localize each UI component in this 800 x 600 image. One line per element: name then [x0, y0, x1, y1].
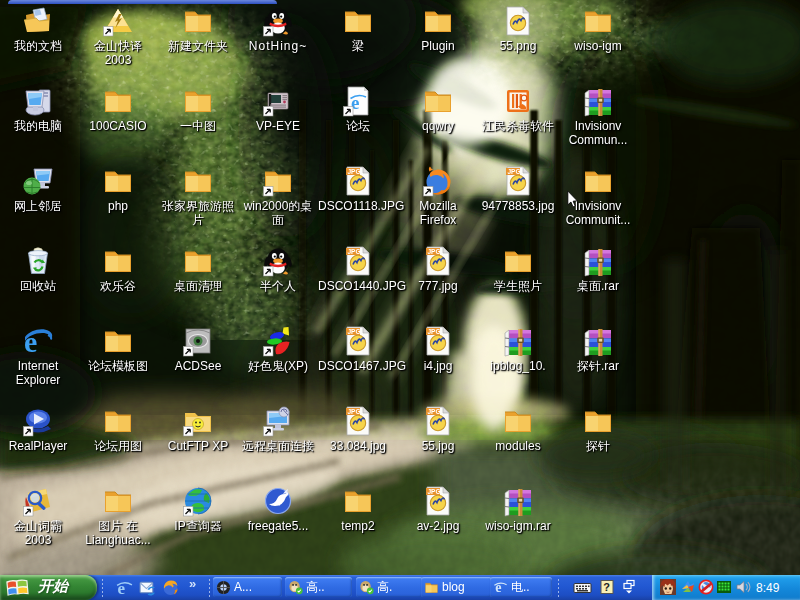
- svg-text:e: e: [495, 580, 501, 595]
- svg-text:e: e: [118, 579, 126, 596]
- svg-text:?: ?: [603, 581, 610, 593]
